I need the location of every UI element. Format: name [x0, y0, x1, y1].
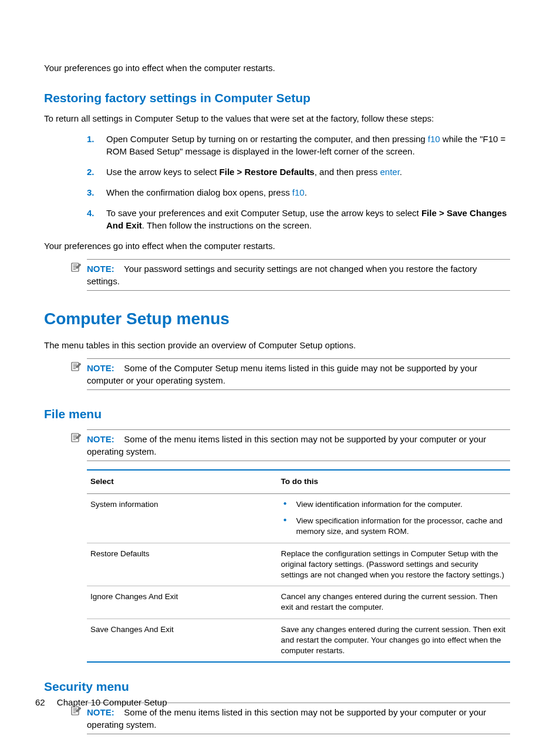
key-enter: enter — [380, 167, 399, 177]
intro-paragraph: Your preferences go into effect when the… — [44, 62, 510, 74]
note-icon — [71, 362, 82, 374]
note-restoring: NOTE: Your password settings and securit… — [87, 259, 510, 291]
note-text: Your password settings and security sett… — [87, 264, 477, 286]
step-text: To save your preferences and exit Comput… — [106, 208, 421, 218]
menu-path: File > Restore Defaults — [220, 167, 315, 177]
note-label: NOTE: — [87, 264, 114, 274]
table-header-select: Select — [87, 470, 277, 493]
cell-action: Cancel any changes entered during the cu… — [277, 586, 510, 619]
table-row: Save Changes And ExitSave any changes en… — [87, 619, 510, 662]
note-menus: NOTE: Some of the Computer Setup menu it… — [87, 358, 510, 390]
step-number: 1. — [87, 133, 95, 145]
step-text: . Then follow the instructions on the sc… — [142, 220, 312, 230]
cell-select: Save Changes And Exit — [87, 619, 277, 662]
restoring-outro: Your preferences go into effect when the… — [44, 240, 510, 252]
table-row: System informationView identification in… — [87, 493, 510, 543]
page-number: 62 — [35, 697, 45, 707]
note-file-menu: NOTE: Some of the menu items listed in t… — [87, 429, 510, 461]
step-text: Open Computer Setup by turning on or res… — [106, 134, 428, 144]
cell-action: Save any changes entered during the curr… — [277, 619, 510, 662]
note-label: NOTE: — [87, 707, 114, 717]
note-label: NOTE: — [87, 434, 114, 444]
step-4: 4. To save your preferences and exit Com… — [87, 207, 510, 231]
note-label: NOTE: — [87, 363, 114, 373]
heading-restoring: Restoring factory settings in Computer S… — [44, 89, 510, 106]
cell-select: Ignore Changes And Exit — [87, 586, 277, 619]
heading-file-menu: File menu — [44, 405, 510, 422]
step-number: 2. — [87, 166, 95, 178]
step-number: 3. — [87, 186, 95, 199]
note-text: Some of the menu items listed in this se… — [87, 434, 486, 456]
step-text: . — [305, 187, 307, 197]
step-text: When the confirmation dialog box opens, … — [106, 187, 292, 197]
menus-intro: The menu tables in this section provide … — [44, 339, 510, 351]
restoring-steps: 1. Open Computer Setup by turning on or … — [87, 133, 510, 231]
step-text: , and then press — [315, 167, 380, 177]
cell-select: Restore Defaults — [87, 543, 277, 586]
cell-action: Replace the configuration settings in Co… — [277, 543, 510, 586]
page-footer: 62 Chapter 10 Computer Setup — [35, 696, 167, 708]
table-row: Ignore Changes And ExitCancel any change… — [87, 586, 510, 619]
heading-menus: Computer Setup menus — [44, 307, 510, 330]
table-row: Restore DefaultsReplace the configuratio… — [87, 543, 510, 586]
step-text: . — [400, 167, 402, 177]
restoring-intro: To return all settings in Computer Setup… — [44, 112, 510, 125]
heading-security-menu: Security menu — [44, 678, 510, 695]
step-1: 1. Open Computer Setup by turning on or … — [87, 133, 510, 157]
note-icon — [71, 433, 82, 445]
table-header-action: To do this — [277, 470, 510, 493]
cell-select: System information — [87, 493, 277, 543]
key-f10: f10 — [292, 187, 305, 197]
note-text: Some of the Computer Setup menu items li… — [87, 363, 477, 385]
step-2: 2. Use the arrow keys to select File > R… — [87, 166, 510, 178]
bullet-list: View identification information for the … — [281, 499, 507, 537]
cell-action: View identification information for the … — [277, 493, 510, 543]
chapter-title: Chapter 10 Computer Setup — [57, 697, 167, 707]
list-item: View specification information for the p… — [281, 516, 507, 537]
step-3: 3. When the confirmation dialog box open… — [87, 186, 510, 199]
note-text: Some of the menu items listed in this se… — [87, 707, 486, 730]
key-f10: f10 — [428, 134, 440, 144]
step-text: Use the arrow keys to select — [106, 167, 220, 177]
list-item: View identification information for the … — [281, 499, 507, 510]
step-number: 4. — [87, 207, 95, 219]
file-menu-table: Select To do this System informationView… — [87, 469, 510, 663]
note-icon — [71, 263, 82, 275]
